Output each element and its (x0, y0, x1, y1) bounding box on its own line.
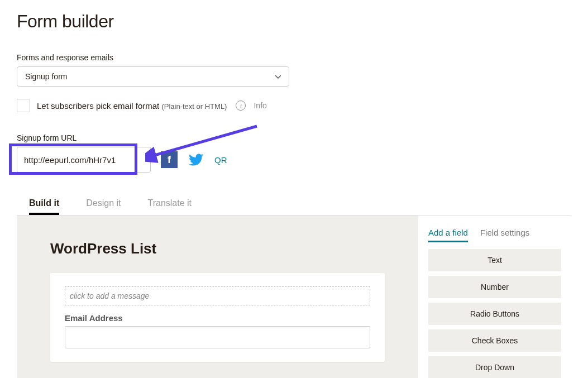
email-format-checkbox[interactable] (17, 99, 30, 112)
add-message-box[interactable]: click to add a message (65, 286, 370, 305)
sidebar-tab-add-field[interactable]: Add a field (428, 224, 468, 242)
email-format-label: Let subscribers pick email format (Plain… (37, 101, 227, 111)
twitter-share-button[interactable] (188, 151, 204, 168)
field-type-dropdown[interactable]: Drop Down (428, 356, 561, 378)
form-preview-card: click to add a message Email Address (50, 273, 385, 362)
field-type-checkbox[interactable]: Check Boxes (428, 329, 561, 352)
twitter-icon (188, 152, 204, 167)
field-type-radio[interactable]: Radio Buttons (428, 303, 561, 325)
sidebar-tab-field-settings[interactable]: Field settings (480, 224, 529, 242)
email-address-label: Email Address (65, 313, 370, 323)
field-type-number[interactable]: Number (428, 276, 561, 298)
info-text: Info (254, 101, 266, 110)
forms-dropdown-value: Signup form (25, 72, 275, 81)
tab-design-it[interactable]: Design it (86, 194, 121, 215)
chevron-down-icon (275, 74, 281, 80)
builder-canvas: WordPress List click to add a message Em… (17, 216, 418, 378)
qr-link[interactable]: QR (214, 155, 227, 165)
forms-dropdown[interactable]: Signup form (17, 66, 289, 87)
builder-sidebar: Add a field Field settings Text Number R… (418, 216, 571, 378)
tab-build-it[interactable]: Build it (29, 194, 59, 215)
info-icon[interactable]: i (236, 101, 246, 111)
form-preview-title[interactable]: WordPress List (50, 240, 385, 257)
forms-dropdown-label: Forms and response emails (17, 53, 571, 62)
signup-url-input[interactable] (17, 147, 151, 173)
email-address-input[interactable] (65, 326, 370, 348)
page-title: Form builder (17, 11, 571, 32)
email-format-sublabel: (Plain-text or HTML) (161, 102, 227, 111)
facebook-icon: f (168, 154, 171, 166)
signup-url-label: Signup form URL (17, 133, 571, 142)
tab-translate-it[interactable]: Translate it (147, 194, 192, 215)
field-type-text[interactable]: Text (428, 249, 561, 271)
facebook-share-button[interactable]: f (161, 151, 178, 168)
builder-tabs: Build it Design it Translate it (17, 194, 571, 215)
